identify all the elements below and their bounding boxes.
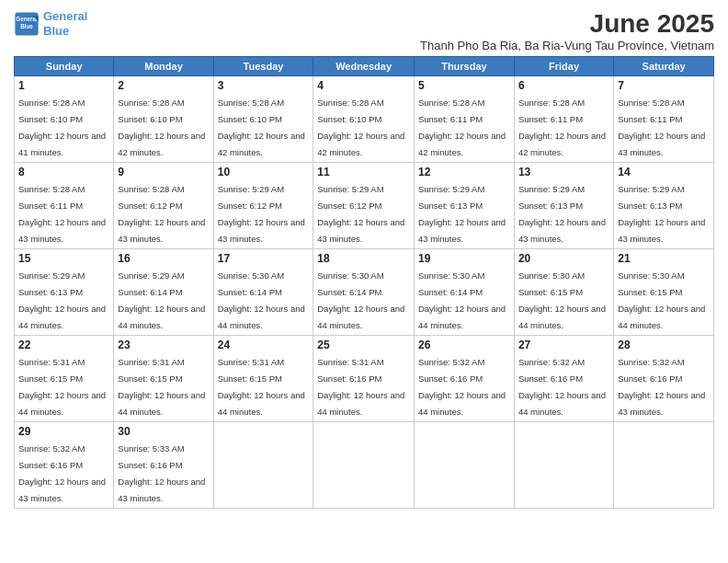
- day-number: 11: [317, 166, 410, 178]
- day-info: Sunrise: 5:31 AMSunset: 6:15 PMDaylight:…: [18, 357, 106, 417]
- col-thursday: Thursday: [414, 57, 514, 76]
- table-row: 21 Sunrise: 5:30 AMSunset: 6:15 PMDaylig…: [614, 249, 714, 336]
- day-info: Sunrise: 5:30 AMSunset: 6:15 PMDaylight:…: [618, 270, 705, 330]
- day-number: 5: [418, 79, 510, 92]
- table-row: 28 Sunrise: 5:32 AMSunset: 6:16 PMDaylig…: [614, 336, 714, 422]
- logo-text: General Blue: [43, 9, 87, 38]
- day-number: 12: [418, 166, 510, 178]
- day-info: Sunrise: 5:29 AMSunset: 6:13 PMDaylight:…: [518, 184, 606, 244]
- day-info: Sunrise: 5:28 AMSunset: 6:11 PMDaylight:…: [618, 98, 705, 157]
- month-title: June 2025: [420, 9, 714, 39]
- table-row: 6 Sunrise: 5:28 AMSunset: 6:11 PMDayligh…: [514, 76, 613, 163]
- calendar-week-row: 22 Sunrise: 5:31 AMSunset: 6:15 PMDaylig…: [15, 336, 714, 422]
- day-number: 29: [18, 425, 109, 438]
- table-row: 26 Sunrise: 5:32 AMSunset: 6:16 PMDaylig…: [414, 336, 514, 422]
- table-row: 9 Sunrise: 5:28 AMSunset: 6:12 PMDayligh…: [114, 163, 213, 249]
- day-number: 26: [418, 339, 510, 351]
- table-row: 17 Sunrise: 5:30 AMSunset: 6:14 PMDaylig…: [213, 249, 313, 336]
- col-saturday: Saturday: [614, 57, 714, 76]
- day-info: Sunrise: 5:28 AMSunset: 6:12 PMDaylight:…: [118, 184, 205, 244]
- day-info: Sunrise: 5:32 AMSunset: 6:16 PMDaylight:…: [618, 357, 705, 417]
- table-row: 19 Sunrise: 5:30 AMSunset: 6:14 PMDaylig…: [414, 249, 514, 336]
- logo-icon: General Blue: [14, 11, 40, 37]
- day-info: Sunrise: 5:28 AMSunset: 6:10 PMDaylight:…: [218, 98, 305, 157]
- table-row: 15 Sunrise: 5:29 AMSunset: 6:13 PMDaylig…: [15, 249, 114, 336]
- title-block: June 2025 Thanh Pho Ba Ria, Ba Ria-Vung …: [420, 9, 714, 52]
- day-number: 1: [18, 79, 109, 92]
- day-info: Sunrise: 5:29 AMSunset: 6:12 PMDaylight:…: [317, 184, 404, 244]
- table-row: [313, 422, 415, 509]
- day-info: Sunrise: 5:28 AMSunset: 6:11 PMDaylight:…: [18, 184, 106, 244]
- day-info: Sunrise: 5:28 AMSunset: 6:10 PMDaylight:…: [18, 98, 106, 157]
- day-number: 21: [618, 252, 710, 265]
- col-friday: Friday: [514, 57, 613, 76]
- day-number: 8: [18, 166, 109, 178]
- table-row: 25 Sunrise: 5:31 AMSunset: 6:16 PMDaylig…: [313, 336, 415, 422]
- day-info: Sunrise: 5:30 AMSunset: 6:14 PMDaylight:…: [218, 270, 305, 330]
- day-info: Sunrise: 5:31 AMSunset: 6:15 PMDaylight:…: [218, 357, 305, 417]
- day-info: Sunrise: 5:28 AMSunset: 6:11 PMDaylight:…: [418, 98, 506, 157]
- day-info: Sunrise: 5:28 AMSunset: 6:10 PMDaylight:…: [317, 98, 404, 157]
- table-row: 18 Sunrise: 5:30 AMSunset: 6:14 PMDaylig…: [313, 249, 415, 336]
- page: General Blue General Blue June 2025 Than…: [0, 0, 728, 563]
- table-row: [213, 422, 313, 509]
- day-number: 4: [317, 79, 410, 92]
- table-row: 23 Sunrise: 5:31 AMSunset: 6:15 PMDaylig…: [114, 336, 213, 422]
- location-subtitle: Thanh Pho Ba Ria, Ba Ria-Vung Tau Provin…: [420, 39, 714, 52]
- table-row: 16 Sunrise: 5:29 AMSunset: 6:14 PMDaylig…: [114, 249, 213, 336]
- table-row: 11 Sunrise: 5:29 AMSunset: 6:12 PMDaylig…: [313, 163, 415, 249]
- table-row: [414, 422, 514, 509]
- header: General Blue General Blue June 2025 Than…: [14, 9, 714, 52]
- table-row: [514, 422, 613, 509]
- day-number: 25: [317, 339, 410, 351]
- table-row: 29 Sunrise: 5:32 AMSunset: 6:16 PMDaylig…: [15, 422, 114, 509]
- table-row: 13 Sunrise: 5:29 AMSunset: 6:13 PMDaylig…: [514, 163, 613, 249]
- day-number: 24: [218, 339, 310, 351]
- day-info: Sunrise: 5:29 AMSunset: 6:13 PMDaylight:…: [618, 184, 705, 244]
- table-row: 12 Sunrise: 5:29 AMSunset: 6:13 PMDaylig…: [414, 163, 514, 249]
- calendar-week-row: 8 Sunrise: 5:28 AMSunset: 6:11 PMDayligh…: [15, 163, 714, 249]
- day-info: Sunrise: 5:32 AMSunset: 6:16 PMDaylight:…: [518, 357, 606, 417]
- table-row: 30 Sunrise: 5:33 AMSunset: 6:16 PMDaylig…: [114, 422, 213, 509]
- day-number: 22: [18, 339, 109, 351]
- day-number: 15: [18, 252, 109, 265]
- day-number: 28: [618, 339, 710, 351]
- table-row: 2 Sunrise: 5:28 AMSunset: 6:10 PMDayligh…: [114, 76, 213, 163]
- day-number: 14: [618, 166, 710, 178]
- day-number: 3: [218, 79, 310, 92]
- table-row: 4 Sunrise: 5:28 AMSunset: 6:10 PMDayligh…: [313, 76, 415, 163]
- day-info: Sunrise: 5:33 AMSunset: 6:16 PMDaylight:…: [118, 443, 205, 503]
- calendar-week-row: 1 Sunrise: 5:28 AMSunset: 6:10 PMDayligh…: [15, 76, 714, 163]
- day-number: 9: [118, 166, 209, 178]
- day-number: 19: [418, 252, 510, 265]
- table-row: 22 Sunrise: 5:31 AMSunset: 6:15 PMDaylig…: [15, 336, 114, 422]
- day-info: Sunrise: 5:32 AMSunset: 6:16 PMDaylight:…: [18, 443, 106, 503]
- calendar-header-row: Sunday Monday Tuesday Wednesday Thursday…: [15, 57, 714, 76]
- calendar-week-row: 29 Sunrise: 5:32 AMSunset: 6:16 PMDaylig…: [15, 422, 714, 509]
- day-info: Sunrise: 5:29 AMSunset: 6:12 PMDaylight:…: [218, 184, 305, 244]
- table-row: 8 Sunrise: 5:28 AMSunset: 6:11 PMDayligh…: [15, 163, 114, 249]
- table-row: 20 Sunrise: 5:30 AMSunset: 6:15 PMDaylig…: [514, 249, 613, 336]
- day-info: Sunrise: 5:29 AMSunset: 6:13 PMDaylight:…: [418, 184, 506, 244]
- table-row: 5 Sunrise: 5:28 AMSunset: 6:11 PMDayligh…: [414, 76, 514, 163]
- col-wednesday: Wednesday: [313, 57, 415, 76]
- day-info: Sunrise: 5:30 AMSunset: 6:15 PMDaylight:…: [518, 270, 606, 330]
- col-sunday: Sunday: [15, 57, 114, 76]
- day-number: 10: [218, 166, 310, 178]
- day-number: 27: [518, 339, 609, 351]
- day-info: Sunrise: 5:28 AMSunset: 6:10 PMDaylight:…: [118, 98, 205, 157]
- day-number: 16: [118, 252, 209, 265]
- day-info: Sunrise: 5:31 AMSunset: 6:15 PMDaylight:…: [118, 357, 205, 417]
- table-row: 14 Sunrise: 5:29 AMSunset: 6:13 PMDaylig…: [614, 163, 714, 249]
- col-monday: Monday: [114, 57, 213, 76]
- calendar-table: Sunday Monday Tuesday Wednesday Thursday…: [14, 56, 714, 509]
- day-info: Sunrise: 5:30 AMSunset: 6:14 PMDaylight:…: [418, 270, 506, 330]
- col-tuesday: Tuesday: [213, 57, 313, 76]
- table-row: 27 Sunrise: 5:32 AMSunset: 6:16 PMDaylig…: [514, 336, 613, 422]
- day-info: Sunrise: 5:30 AMSunset: 6:14 PMDaylight:…: [317, 270, 404, 330]
- logo: General Blue General Blue: [14, 9, 87, 38]
- day-info: Sunrise: 5:32 AMSunset: 6:16 PMDaylight:…: [418, 357, 506, 417]
- table-row: 24 Sunrise: 5:31 AMSunset: 6:15 PMDaylig…: [213, 336, 313, 422]
- table-row: 3 Sunrise: 5:28 AMSunset: 6:10 PMDayligh…: [213, 76, 313, 163]
- table-row: 10 Sunrise: 5:29 AMSunset: 6:12 PMDaylig…: [213, 163, 313, 249]
